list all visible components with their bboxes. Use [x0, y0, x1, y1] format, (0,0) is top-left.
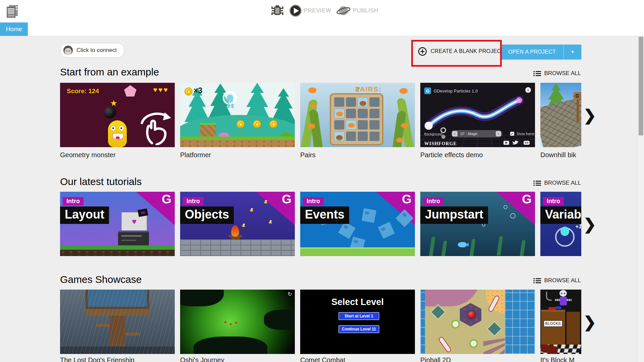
open-project-label[interactable]: OPEN A PROJECT: [500, 45, 564, 59]
select-level-title: Select Level: [300, 297, 415, 307]
showcase-labels: The Lost Dog's Frienship Oshi's Journey …: [60, 356, 581, 362]
showcase-next-arrow[interactable]: ❯: [583, 314, 596, 330]
showcase-card-lost-dog[interactable]: [60, 290, 175, 354]
card-label[interactable]: Oshi's Journey: [180, 356, 224, 362]
round-bumper: [451, 320, 460, 328]
list-icon: [533, 278, 541, 284]
example-card-pairs[interactable]: PAIRS: 2: [300, 83, 415, 147]
desk: [567, 312, 580, 345]
plus-circle-icon: [418, 47, 427, 56]
card-label[interactable]: Geometry monster: [60, 151, 116, 159]
tutorial-card-objects[interactable]: G Intro Objects: [180, 192, 295, 256]
preview-button[interactable]: PREVIEW: [289, 4, 331, 17]
create-blank-project-button[interactable]: CREATE A BLANK PROJECT: [418, 44, 504, 59]
cat-doll-body: [560, 297, 567, 305]
showcase-card-oshi[interactable]: ↻: [180, 290, 295, 354]
card-label[interactable]: Comet Combat: [300, 356, 345, 362]
cat-doll-arm: [567, 299, 572, 301]
tutorial-card-events[interactable]: G Intro Events: [300, 192, 415, 256]
wishforge-logo: WISHFORGE: [424, 141, 457, 146]
diamond-slider: [430, 304, 446, 320]
showcase-card-comet-combat[interactable]: Select Level Start at Level 1 Continue L…: [300, 290, 415, 354]
open-project-button[interactable]: OPEN A PROJECT ▼: [500, 45, 581, 59]
fish: [401, 123, 408, 128]
card-label[interactable]: Pinball 2D: [420, 356, 451, 362]
publish-button[interactable]: PUBLISH: [336, 4, 378, 17]
grass-strip: [60, 245, 175, 250]
objects-panel: [118, 231, 149, 247]
seaweed: [497, 236, 503, 255]
red-dot: [224, 321, 226, 323]
tutorial-card-jumpstart[interactable]: G Intro Jumpstart: [420, 192, 535, 256]
browse-all-label: BROWSE ALL: [544, 180, 581, 186]
silhouette: [194, 337, 267, 354]
coin-count: ×3: [194, 86, 202, 95]
red-dot: [230, 323, 232, 325]
falling-sprite: [362, 208, 376, 223]
home-content: Click to connect CREATE A BLANK PROJECT …: [0, 36, 644, 362]
showcase-card-pinball[interactable]: [420, 290, 535, 354]
tutorials-next-arrow[interactable]: ❯: [583, 217, 596, 232]
caret-down-icon: ▼: [571, 50, 575, 54]
tutorial-title: Objects: [180, 206, 234, 224]
blue-tile-wall: [505, 290, 535, 354]
card-label[interactable]: Particle effects demo: [420, 151, 483, 159]
tutorial-card-layout[interactable]: G ♥ Hi Intro Layout: [60, 192, 175, 256]
capsule-lane: [438, 336, 452, 353]
preview-label: PREVIEW: [304, 7, 331, 14]
card-label[interactable]: Pairs: [300, 151, 316, 159]
coin-shape: [253, 120, 261, 128]
player-character: [223, 91, 237, 105]
examples-next-arrow[interactable]: ❯: [583, 108, 596, 123]
player-leg: [231, 104, 234, 108]
bubble: [510, 213, 516, 219]
gdevelop-logo: G: [424, 87, 431, 94]
tutorial-title: Layout: [60, 206, 109, 224]
showcase-card-blocks[interactable]: BLOCKS: [540, 290, 581, 354]
list-icon: [533, 71, 541, 76]
examples-labels: Geometry monster Platformer Pairs Partic…: [60, 151, 581, 161]
monster-eye: [119, 126, 124, 131]
tab-home[interactable]: Home: [0, 22, 28, 36]
hook: [546, 292, 552, 301]
project-manager-menu-button[interactable]: [5, 3, 20, 19]
scrollbar-thumb[interactable]: [639, 37, 643, 135]
card-label[interactable]: Downhill bik: [540, 151, 576, 159]
examples-carousel: Score: 124 ♥♥♥: [60, 83, 581, 147]
intro-badge: Intro: [423, 197, 444, 205]
coin-shape: [269, 120, 277, 128]
dresser: BLOCKS: [541, 310, 565, 345]
trail-sign: G: [573, 92, 581, 100]
open-project-dropdown[interactable]: ▼: [564, 45, 581, 59]
tutorials-carousel: G ♥ Hi Intro Layout G: [60, 192, 581, 256]
card-label[interactable]: It's Block M: [540, 356, 575, 362]
fish: [399, 88, 408, 94]
example-card-downhill[interactable]: G: [540, 83, 581, 147]
card-label[interactable]: The Lost Dog's Frienship: [60, 356, 135, 362]
tutorial-title: Variab: [540, 206, 581, 224]
monster-mouth: [112, 133, 124, 139]
flame: [231, 225, 239, 237]
intro-badge: Intro: [183, 197, 204, 205]
example-card-particle-effects[interactable]: G GDevelop Particles 1.0 i Background ‹ …: [420, 83, 535, 147]
debugger-button[interactable]: [270, 4, 284, 17]
gdevelop-logo: G: [282, 192, 291, 206]
tutorial-card-variables[interactable]: +1 Intro Variab: [540, 192, 581, 256]
card-label[interactable]: Platformer: [180, 151, 211, 159]
seaweed: [469, 239, 476, 256]
tutorial-title: Events: [300, 206, 349, 224]
browse-all-examples[interactable]: BROWSE ALL: [533, 70, 581, 77]
gdevelop-logo: G: [162, 192, 171, 206]
example-card-geometry-monster[interactable]: Score: 124 ♥♥♥: [60, 83, 175, 147]
red-dot: [235, 322, 237, 324]
player-leg: [227, 104, 230, 108]
example-card-platformer[interactable]: ×3: [180, 83, 295, 147]
cat-doll-arm: [555, 299, 560, 301]
toy: [556, 306, 561, 309]
bee: [242, 225, 245, 227]
connect-button[interactable]: Click to connect: [60, 43, 124, 58]
bee: [264, 201, 267, 204]
browse-all-tutorials[interactable]: BROWSE ALL: [533, 180, 581, 186]
prev-arrow: ‹: [452, 131, 458, 136]
browse-all-showcase[interactable]: BROWSE ALL: [533, 277, 581, 284]
